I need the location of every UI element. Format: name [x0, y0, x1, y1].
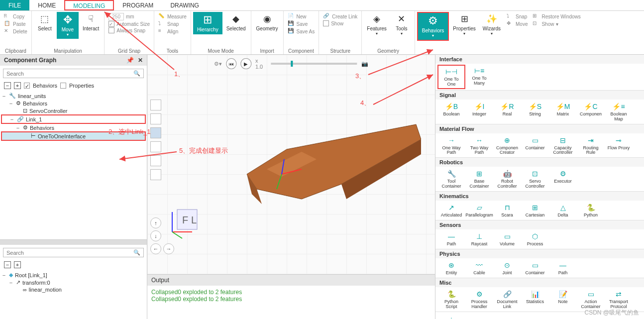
grid-button[interactable]: ⚡SString — [521, 101, 549, 123]
grid-button[interactable]: ▱Parallelogram — [465, 202, 493, 219]
expand-button[interactable]: + — [14, 82, 21, 89]
measure-button[interactable]: 📏Measure — [158, 13, 187, 20]
camera-icon[interactable]: 📷 — [361, 61, 368, 67]
joginfo-button[interactable]: ↓Jog Info — [437, 313, 465, 319]
collapse-button[interactable]: − — [4, 261, 11, 268]
tree2-root[interactable]: −◆Root [Link_1] — [1, 271, 146, 279]
behaviors-check[interactable]: ✓ — [24, 83, 30, 89]
nav-up[interactable]: ↑ — [150, 217, 161, 228]
grid-button[interactable]: ⊕Componen Creator — [493, 134, 521, 157]
save-button[interactable]: 💾Save — [288, 20, 315, 27]
grid-button[interactable]: 〰Cable — [465, 259, 493, 277]
snap-button[interactable]: ⤵Snap — [158, 20, 187, 27]
grid-button[interactable]: ⇄Transport Protocol — [605, 288, 633, 311]
viewport-3d[interactable]: ⚙▾ ⏮ ▶ x 1.0 📷 F L — [147, 55, 435, 319]
grid-button[interactable]: ⊸Flow Proxy — [605, 134, 633, 157]
tree-behaviors[interactable]: −⚙Behaviors — [1, 100, 146, 107]
showmenu-button[interactable]: ⊡Show ▾ — [533, 20, 580, 27]
one-to-many-button[interactable]: ⊢≡One To Many — [465, 65, 493, 89]
search-input[interactable] — [6, 71, 133, 77]
play-button[interactable]: ▶ — [241, 58, 251, 69]
tab-modeling[interactable]: MODELING — [64, 0, 114, 10]
grid-button[interactable]: ⊙Joint — [493, 259, 521, 277]
pin-icon[interactable]: 📌 — [126, 57, 134, 64]
grid-button[interactable]: 📝Note — [549, 288, 577, 311]
nav-left[interactable]: ← — [150, 243, 161, 254]
new-button[interactable]: 📄New — [288, 13, 315, 20]
view-btn-2[interactable] — [150, 113, 161, 124]
view-btn-6[interactable] — [150, 169, 161, 180]
snap2-button[interactable]: ⤵Snap — [507, 13, 528, 20]
move2-button[interactable]: ✥Move — [507, 20, 528, 27]
geometry-button[interactable]: ◉Geometry — [253, 12, 281, 32]
restore-button[interactable]: ⊞Restore Windows — [533, 13, 580, 20]
tab-drawing[interactable]: DRAWING — [162, 0, 208, 10]
nav-down[interactable]: ↓ — [150, 230, 161, 241]
tree-interface[interactable]: ⊢OneToOneInterface — [1, 131, 146, 141]
tree-root[interactable]: −🔧linear_units — [1, 92, 146, 100]
search-box[interactable]: 🔍 — [3, 69, 144, 78]
autosize-check[interactable]: ✓Automatic Size — [108, 21, 150, 27]
alwayssnap-check[interactable]: Always Snap — [108, 27, 150, 33]
grid-button[interactable]: ↗Articulated — [437, 202, 465, 219]
createlink-button[interactable]: 🔗Create Link — [323, 13, 357, 20]
grid-button[interactable]: 🐍Python Script — [437, 288, 465, 311]
align-button[interactable]: ≡Align — [158, 28, 187, 35]
interact-button[interactable]: ☟Interact — [80, 12, 102, 32]
grid-button[interactable]: ⚙Process Handler — [465, 288, 493, 311]
grid-button[interactable]: 🔧Tool Container — [437, 168, 465, 190]
tree2-motion[interactable]: ∞linear_motion — [1, 286, 146, 293]
grid-button[interactable]: ⊡Servo Controller — [521, 168, 549, 190]
grid-button[interactable]: ▭Container — [521, 259, 549, 277]
grid-button[interactable]: 🤖Robot Controller — [493, 168, 521, 190]
paste-button[interactable]: 📋Paste — [4, 20, 27, 27]
grid-button[interactable]: ⊥Raycast — [465, 230, 493, 248]
copy-button[interactable]: ⎘Copy — [4, 13, 27, 20]
grid-button[interactable]: ▭Container — [521, 134, 549, 157]
grid-button[interactable]: ⚡CComponen — [577, 101, 605, 123]
grid-button[interactable]: ⚡IInteger — [465, 101, 493, 123]
search-box-2[interactable]: 🔍 — [3, 248, 144, 257]
grid-button[interactable]: ⊛Entity — [437, 259, 465, 277]
delete-button[interactable]: ✕Delete — [4, 28, 27, 35]
features-button[interactable]: ◈Features▾ — [364, 12, 389, 37]
tab-home[interactable]: HOME — [29, 0, 64, 10]
grid-button[interactable]: ⚡MMatrix — [549, 101, 577, 123]
properties-check[interactable] — [60, 83, 66, 89]
view-btn-3[interactable] — [150, 127, 161, 138]
tree-servo[interactable]: ⊡ServoController — [1, 107, 146, 114]
search-icon[interactable]: 🔍 — [133, 249, 140, 256]
grid-button[interactable]: ⊞Base Container — [465, 168, 493, 190]
grid-button[interactable]: △Delta — [549, 202, 577, 219]
grid-button[interactable]: —Path — [549, 259, 577, 277]
scrollbar[interactable] — [0, 240, 147, 245]
grid-button[interactable]: 📊Statistics — [521, 288, 549, 311]
grid-button[interactable]: —Path — [437, 230, 465, 248]
grid-button[interactable]: 🔗Document Link — [493, 288, 521, 311]
tab-file[interactable]: FILE — [0, 0, 29, 10]
grid-button[interactable]: ⚡RReal — [493, 101, 521, 123]
grid-button[interactable]: ⊞Cartesian — [521, 202, 549, 219]
view-btn-5[interactable] — [150, 155, 161, 166]
behaviors-button[interactable]: ⚙Behaviors▾ — [417, 12, 449, 41]
tree-behaviors2[interactable]: −⚙Behaviors — [1, 124, 146, 131]
grid-button[interactable]: ⚡≡Boolean Map — [605, 101, 633, 123]
settings-icon[interactable]: ⚙▾ — [214, 61, 222, 67]
rewind-button[interactable]: ⏮ — [226, 58, 236, 69]
expand-button[interactable]: + — [14, 261, 21, 268]
selected-button[interactable]: ◆Selected — [223, 12, 249, 32]
view-btn-4[interactable] — [150, 141, 161, 152]
move-button[interactable]: ✥Move▾ — [57, 12, 79, 39]
tab-program[interactable]: PROGRAM — [114, 0, 162, 10]
tree2-transform[interactable]: −↗transform:0 — [1, 279, 146, 286]
show-button[interactable]: Show — [323, 20, 357, 26]
wizards-button[interactable]: ✨Wizards▾ — [480, 12, 504, 37]
grid-button[interactable]: ⊓Scara — [493, 202, 521, 219]
grid-button[interactable]: ⊟Capacity Controller — [549, 134, 577, 157]
grid-button[interactable]: ↔Two Way Path — [465, 134, 493, 157]
search-input-2[interactable] — [6, 250, 133, 256]
tree-link1[interactable]: −🔗Link_1 — [1, 114, 146, 124]
grid-button[interactable]: ⚡BBoolean — [437, 101, 465, 123]
grid-button[interactable]: 🐍Python — [577, 202, 605, 219]
grid-button[interactable]: ⬡Process — [521, 230, 549, 248]
